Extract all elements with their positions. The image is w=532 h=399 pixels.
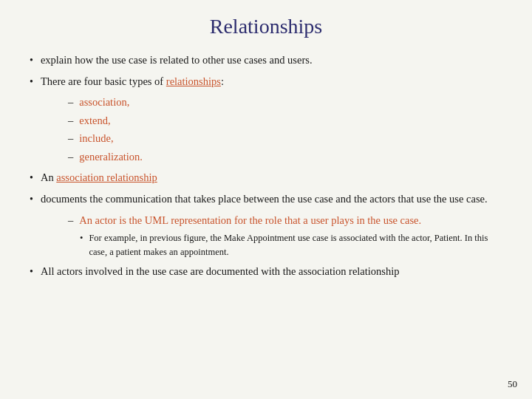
bullet-2: • There are four basic types of relation… bbox=[30, 73, 502, 90]
sub-bullet-2-3: – include, bbox=[68, 130, 502, 146]
bullet-1: • explain how the use case is related to… bbox=[30, 52, 502, 69]
relationships-link: relationships bbox=[166, 75, 221, 87]
sub-sub-bullet-1: • For example, in previous figure, the M… bbox=[80, 231, 502, 260]
bullet-symbol-3: • bbox=[30, 170, 33, 186]
sub-text-2-1: association, bbox=[79, 94, 129, 110]
bullet-text-1: explain how the use case is related to o… bbox=[41, 52, 502, 68]
bullet-text-4: documents the communication that takes p… bbox=[41, 191, 502, 207]
sub-text-2-4: generalization. bbox=[79, 149, 143, 165]
dash-4: – bbox=[68, 149, 73, 165]
bullet-4: • documents the communication that takes… bbox=[30, 191, 502, 208]
bullet-symbol-2: • bbox=[30, 74, 33, 90]
bullet-5: • All actors involved in the use case ar… bbox=[30, 263, 502, 280]
dash-3: – bbox=[68, 130, 73, 146]
dash-1: – bbox=[68, 94, 73, 110]
sub-bullet-2-1: – association, bbox=[68, 94, 502, 110]
bullet-symbol-1: • bbox=[30, 52, 33, 69]
bullet-text-2: There are four basic types of relationsh… bbox=[41, 73, 502, 89]
bullet-3: • An association relationship bbox=[30, 169, 502, 186]
bullet-text-3: An association relationship bbox=[41, 169, 502, 185]
sub-text-orange-1: An actor is the UML representation for t… bbox=[79, 212, 502, 228]
slide-content: • explain how the use case is related to… bbox=[30, 52, 502, 384]
sub-text-2-3: include, bbox=[79, 130, 113, 146]
slide-title: Relationships bbox=[30, 15, 502, 38]
sub-bullet-2-2: – extend, bbox=[68, 112, 502, 129]
sub-sub-text-1: For example, in previous figure, the Mak… bbox=[89, 231, 502, 260]
sub-text-2-2: extend, bbox=[79, 112, 110, 129]
bullet-symbol-4: • bbox=[30, 191, 33, 208]
sub-bullets-2: – association, – extend, – include, – ge… bbox=[68, 94, 502, 165]
sub-sub-bullets-1: • For example, in previous figure, the M… bbox=[80, 231, 502, 260]
dash-orange-1: – bbox=[68, 212, 73, 228]
bullet-symbol-5: • bbox=[30, 264, 33, 280]
dash-2: – bbox=[68, 112, 73, 129]
association-link: association relationship bbox=[56, 171, 157, 183]
bullet-text-5: All actors involved in the use case are … bbox=[41, 263, 502, 279]
sub-bullet-4-1: – An actor is the UML representation for… bbox=[68, 212, 502, 228]
dot-1: • bbox=[80, 231, 83, 245]
slide: Relationships • explain how the use case… bbox=[0, 0, 532, 399]
sub-bullet-2-4: – generalization. bbox=[68, 149, 502, 165]
role-text: role bbox=[265, 214, 282, 226]
page-number: 50 bbox=[508, 378, 517, 390]
